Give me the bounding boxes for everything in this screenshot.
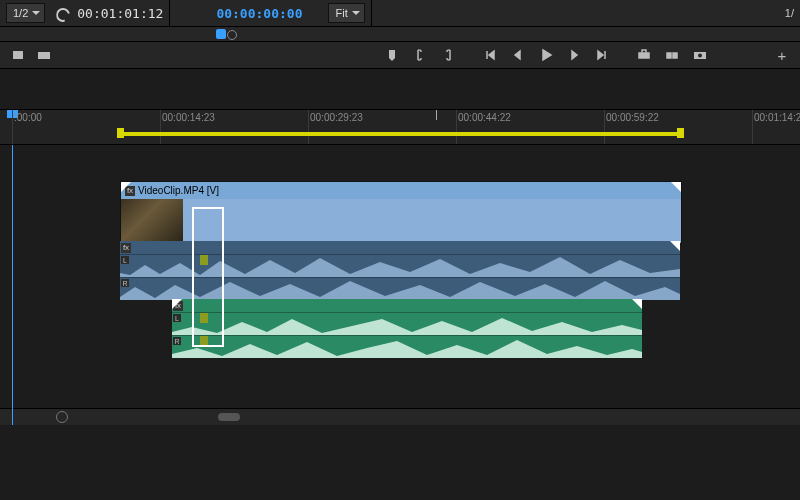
ruler-tick-label: 00:00:14:23 bbox=[162, 112, 215, 123]
video-clip-fill bbox=[183, 199, 681, 243]
ruler-tick bbox=[12, 110, 13, 144]
settings-wrench-icon[interactable] bbox=[50, 3, 72, 23]
svg-point-2 bbox=[42, 54, 46, 58]
step-forward-icon[interactable] bbox=[563, 45, 585, 65]
ruler-tick-label: 00:00:44:22 bbox=[458, 112, 511, 123]
timeline-tracks-area[interactable]: fx VideoClip.MP4 [V] fx L R fx L bbox=[0, 145, 800, 425]
step-back-icon[interactable] bbox=[507, 45, 529, 65]
video-thumbnail bbox=[121, 199, 183, 243]
audio2-lane-left[interactable]: L bbox=[172, 312, 642, 335]
video-clip-header: fx VideoClip.MP4 [V] bbox=[121, 182, 681, 199]
ruler-tick-label: 00:00:29:23 bbox=[310, 112, 363, 123]
timeline-ruler[interactable]: :00:0000:00:14:2300:00:29:2300:00:44:220… bbox=[0, 109, 800, 145]
program-timecode[interactable]: 00:00:00:00 bbox=[216, 6, 302, 21]
play-icon[interactable] bbox=[535, 45, 557, 65]
program-monitor-controls: 00:00:00:00 Fit bbox=[210, 0, 371, 26]
clip-end-triangle-icon bbox=[670, 241, 680, 251]
ruler-tick-label: 00:01:14:22 bbox=[754, 112, 800, 123]
fraction-label: 1/ bbox=[785, 7, 794, 19]
waveform bbox=[172, 336, 642, 358]
transport-toolbar: + bbox=[0, 42, 800, 69]
horizontal-scroll-thumb[interactable] bbox=[218, 413, 240, 421]
monitor-header-bar: 1/2 00:01:01:12 00:00:00:00 Fit 1/ bbox=[0, 0, 800, 27]
audio1-lane-right[interactable]: R bbox=[120, 277, 680, 300]
fx-badge-icon: fx bbox=[121, 243, 131, 253]
timeline-playhead-line bbox=[12, 145, 13, 425]
audio-clip-1[interactable]: fx L R bbox=[120, 241, 680, 300]
camera-icon[interactable] bbox=[33, 45, 55, 65]
clip-start-triangle-icon bbox=[121, 182, 131, 192]
zoom-handle-left-icon[interactable] bbox=[56, 411, 68, 423]
goto-out-icon[interactable] bbox=[591, 45, 613, 65]
source-monitor-controls: 1/2 00:01:01:12 bbox=[0, 0, 170, 26]
program-fit-dropdown[interactable]: Fit bbox=[328, 3, 364, 23]
video-clip[interactable]: fx VideoClip.MP4 [V] bbox=[120, 181, 682, 244]
waveform bbox=[172, 313, 642, 335]
center-tick-icon bbox=[436, 110, 437, 120]
program-right-readout: 1/ bbox=[779, 0, 800, 26]
waveform bbox=[120, 255, 680, 277]
program-playhead-icon[interactable] bbox=[216, 29, 226, 39]
add-marker-icon[interactable] bbox=[381, 45, 403, 65]
panel-gap bbox=[0, 69, 800, 109]
audio1-header: fx bbox=[120, 241, 680, 254]
export-frame-icon[interactable] bbox=[689, 45, 711, 65]
clip-end-triangle-icon bbox=[632, 299, 642, 309]
program-scrubber-row[interactable] bbox=[0, 27, 800, 42]
clip-start-triangle-icon bbox=[172, 299, 182, 309]
lift-icon[interactable] bbox=[633, 45, 655, 65]
audio1-lane-left[interactable]: L bbox=[120, 254, 680, 277]
program-scrub-marker-icon[interactable] bbox=[227, 30, 237, 40]
ruler-tick-label: 00:00:59:22 bbox=[606, 112, 659, 123]
ruler-tick bbox=[456, 110, 457, 144]
mark-out-icon[interactable] bbox=[437, 45, 459, 65]
audio2-header: fx bbox=[172, 299, 642, 312]
clip-end-triangle-icon bbox=[671, 182, 681, 192]
ruler-tick bbox=[160, 110, 161, 144]
video-clip-body[interactable] bbox=[121, 199, 681, 243]
source-zoom-dropdown[interactable]: 1/2 bbox=[6, 3, 45, 23]
mark-in-icon[interactable] bbox=[409, 45, 431, 65]
extract-icon[interactable] bbox=[661, 45, 683, 65]
audio2-lane-right[interactable]: R bbox=[172, 335, 642, 358]
source-timecode[interactable]: 00:01:01:12 bbox=[77, 6, 163, 21]
svg-rect-4 bbox=[667, 53, 671, 58]
ruler-tick bbox=[308, 110, 309, 144]
svg-rect-0 bbox=[13, 51, 23, 59]
ruler-tick-label: :00:00 bbox=[14, 112, 42, 123]
work-area-end-handle[interactable] bbox=[677, 128, 684, 138]
ruler-tick bbox=[752, 110, 753, 144]
work-area-bar[interactable] bbox=[120, 132, 680, 136]
audio-clip-2[interactable]: fx L R bbox=[172, 299, 642, 358]
timeline-zoom-bar[interactable] bbox=[0, 408, 800, 425]
svg-rect-5 bbox=[673, 53, 677, 58]
svg-rect-3 bbox=[639, 53, 649, 58]
waveform bbox=[120, 278, 680, 300]
goto-in-icon[interactable] bbox=[479, 45, 501, 65]
ruler-tick bbox=[604, 110, 605, 144]
video-clip-label: VideoClip.MP4 [V] bbox=[138, 185, 219, 196]
add-button-icon[interactable]: + bbox=[771, 45, 793, 65]
snap-icon[interactable] bbox=[7, 45, 29, 65]
svg-point-7 bbox=[698, 54, 702, 58]
